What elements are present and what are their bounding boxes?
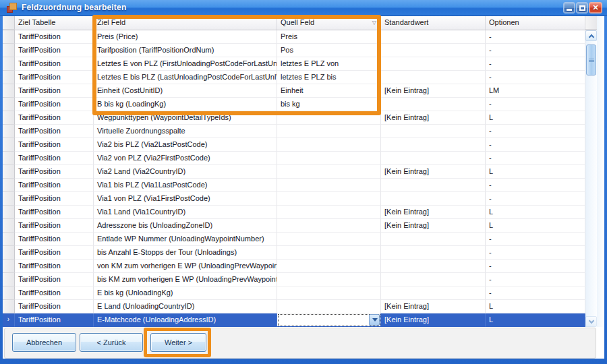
cell-quell-feld[interactable] [277,206,381,219]
cell-standardwert[interactable]: [Kein Eintrag] [381,219,486,233]
cell-ziel-feld[interactable]: Via2 Land (Via2CountryID) [94,165,277,179]
table-row[interactable]: TariffPosition Via1 von PLZ (Via1FirstPo… [3,192,585,206]
cell-ziel-tabelle[interactable]: TariffPosition [15,313,94,327]
cell-standardwert[interactable] [381,286,486,300]
cell-standardwert[interactable] [381,246,486,260]
cell-optionen[interactable]: L [486,206,585,219]
cell-optionen[interactable]: - [486,138,585,152]
combobox-dropdown-button[interactable] [369,314,380,326]
table-row[interactable]: TariffPosition E bis kg (UnloadingKg) - [3,286,585,300]
cell-ziel-tabelle[interactable]: TariffPosition [15,57,94,71]
column-header-standardwert[interactable]: Standardwert [381,16,486,30]
row-selector-cell[interactable] [3,286,15,300]
cell-ziel-feld[interactable]: Adresszone bis (UnloadingZoneID) [94,219,277,233]
titlebar[interactable]: Feldzuordnung bearbeiten ✕ [0,0,607,16]
cell-optionen[interactable]: - [486,98,585,111]
row-selector-cell[interactable] [3,84,15,98]
cell-optionen[interactable]: - [486,125,585,138]
table-row[interactable]: TariffPosition bis Anzahl E-Stopps der T… [3,246,585,260]
table-row[interactable]: TariffPosition Letztes E von PLZ (FirstU… [3,57,585,71]
table-row[interactable]: TariffPosition Letztes E bis PLZ (LastUn… [3,71,585,84]
row-selector-cell[interactable] [3,152,15,165]
row-selector-cell[interactable] [3,57,15,71]
cell-ziel-feld[interactable]: Via2 bis PLZ (Via2LastPostCode) [94,138,277,152]
cell-ziel-tabelle[interactable]: TariffPosition [15,300,94,313]
cell-ziel-feld[interactable]: Letztes E von PLZ (FirstUnloadingPostCod… [94,57,277,71]
table-row[interactable]: TariffPosition Tarifposition (TariffPosi… [3,44,585,57]
cell-ziel-feld[interactable]: Letztes E bis PLZ (LastUnloadingPostCode… [94,71,277,84]
cell-ziel-feld[interactable]: Via1 von PLZ (Via1FirstPostCode) [94,192,277,206]
cell-standardwert[interactable] [381,44,486,57]
cell-standardwert[interactable]: [Kein Eintrag] [381,165,486,179]
cell-quell-feld[interactable]: Pos [277,44,381,57]
cell-optionen[interactable]: - [486,233,585,246]
cell-ziel-tabelle[interactable]: TariffPosition [15,111,94,125]
row-selector-cell[interactable] [3,44,15,57]
cell-ziel-tabelle[interactable]: TariffPosition [15,233,94,246]
cell-ziel-tabelle[interactable]: TariffPosition [15,152,94,165]
cell-optionen[interactable]: - [486,179,585,192]
cell-quell-feld[interactable] [277,233,381,246]
column-header-optionen[interactable]: Optionen [486,16,585,30]
cell-optionen[interactable]: - [486,57,585,71]
table-row[interactable]: TariffPosition Einheit (CostUnitID) Einh… [3,84,585,98]
cell-quell-feld[interactable] [277,152,381,165]
cell-optionen[interactable]: L [486,300,585,313]
cell-ziel-feld[interactable]: Preis (Price) [94,30,277,44]
cancel-button[interactable]: Abbrechen [12,333,76,352]
vertical-scrollbar[interactable] [585,30,597,327]
minimize-button[interactable] [563,2,575,13]
cell-ziel-tabelle[interactable]: TariffPosition [15,179,94,192]
cell-ziel-tabelle[interactable]: TariffPosition [15,260,94,273]
cell-standardwert[interactable] [381,233,486,246]
row-selector-cell[interactable] [3,260,15,273]
table-row[interactable]: TariffPosition Via2 bis PLZ (Via2LastPos… [3,138,585,152]
cell-quell-feld[interactable]: letztes E PLZ bis [277,71,381,84]
cell-standardwert[interactable] [381,30,486,44]
table-row[interactable]: TariffPosition bis KM zum vorherigen E W… [3,273,585,286]
row-selector-cell[interactable] [3,233,15,246]
cell-ziel-feld[interactable]: Via1 bis PLZ (Via1LastPostCode) [94,179,277,192]
row-selector-cell[interactable] [3,138,15,152]
table-row[interactable]: TariffPosition E Land (UnloadingCountryI… [3,300,585,313]
close-button[interactable]: ✕ [589,2,602,13]
cell-optionen[interactable]: - [486,44,585,57]
cell-ziel-tabelle[interactable]: TariffPosition [15,98,94,111]
cell-optionen[interactable]: L [486,165,585,179]
row-selector-cell[interactable] [3,125,15,138]
cell-ziel-feld[interactable]: von KM zum vorherigen E WP (UnloadingPre… [94,260,277,273]
cell-quell-feld[interactable] [277,192,381,206]
sort-descending-icon[interactable]: ▽ [372,20,376,26]
cell-optionen[interactable]: - [486,246,585,260]
cell-standardwert[interactable]: [Kein Eintrag] [381,313,486,327]
table-row[interactable]: TariffPosition Via1 bis PLZ (Via1LastPos… [3,179,585,192]
cell-standardwert[interactable] [381,57,486,71]
row-selector-cell[interactable] [3,71,15,84]
table-row[interactable]: TariffPosition B bis kg (LoadingKg) bis … [3,98,585,111]
table-row[interactable]: TariffPosition Wegpunkttypen (WaypointDe… [3,111,585,125]
cell-optionen[interactable]: - [486,192,585,206]
row-selector-cell[interactable] [3,300,15,313]
cell-optionen[interactable]: - [486,152,585,165]
cell-quell-feld[interactable] [277,273,381,286]
cell-ziel-feld[interactable]: Einheit (CostUnitID) [94,84,277,98]
row-selector-cell[interactable] [3,206,15,219]
table-row[interactable]: TariffPosition Adresszone bis (Unloading… [3,219,585,233]
cell-standardwert[interactable] [381,138,486,152]
cell-ziel-tabelle[interactable]: TariffPosition [15,246,94,260]
cell-quell-feld[interactable] [277,111,381,125]
cell-quell-feld[interactable] [277,125,381,138]
cell-quell-feld[interactable] [277,179,381,192]
cell-standardwert[interactable] [381,152,486,165]
cell-standardwert[interactable] [381,192,486,206]
cell-ziel-feld[interactable]: Virtuelle Zuordnungsspalte [94,125,277,138]
row-selector-cell[interactable] [3,219,15,233]
row-selector-cell[interactable] [3,98,15,111]
cell-optionen[interactable]: L [486,111,585,125]
cell-quell-feld[interactable] [277,219,381,233]
row-selector-cell[interactable] [3,273,15,286]
cell-ziel-feld[interactable]: bis KM zum vorherigen E WP (UnloadingPre… [94,273,277,286]
table-row[interactable]: TariffPosition Via1 Land (Via1CountryID)… [3,206,585,219]
cell-ziel-feld[interactable]: Tarifposition (TariffPositionOrdNum) [94,44,277,57]
cell-ziel-feld[interactable]: B bis kg (LoadingKg) [94,98,277,111]
